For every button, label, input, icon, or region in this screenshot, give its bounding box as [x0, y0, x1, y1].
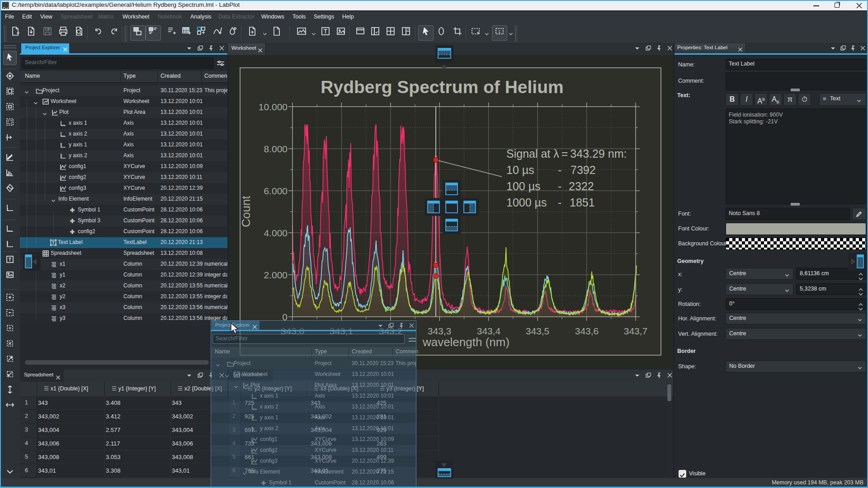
svg-text:10 µs: 10 µs — [506, 164, 534, 176]
svg-text:343,3: 343,3 — [428, 326, 452, 336]
svg-text:Signal at λ = 343.29 nm:: Signal at λ = 343.29 nm: — [506, 147, 627, 160]
svg-text:-: - — [558, 196, 561, 209]
svg-text:Rydberg Spectrum of Helium: Rydberg Spectrum of Helium — [321, 77, 563, 97]
svg-text:-: - — [558, 164, 561, 176]
svg-text:Count: Count — [239, 196, 253, 227]
svg-text:7392: 7392 — [571, 164, 596, 176]
svg-text:343,7: 343,7 — [624, 326, 648, 336]
svg-text:1000 µs: 1000 µs — [506, 196, 547, 209]
svg-text:wavelength (nm): wavelength (nm) — [422, 335, 509, 349]
svg-text:1: 1 — [498, 29, 500, 34]
svg-text:-: - — [558, 180, 561, 192]
svg-text:2.000: 2.000 — [264, 270, 288, 280]
svg-text:1851: 1851 — [570, 196, 595, 209]
svg-text:4.000: 4.000 — [264, 228, 288, 238]
svg-text:8.000: 8.000 — [264, 144, 288, 154]
svg-text:6.000: 6.000 — [264, 186, 288, 196]
svg-text:2322: 2322 — [569, 180, 594, 192]
svg-text:343,5: 343,5 — [526, 326, 550, 336]
svg-text:343,6: 343,6 — [575, 326, 599, 336]
svg-text:343,4: 343,4 — [477, 326, 501, 336]
svg-text:100 µs: 100 µs — [506, 180, 541, 192]
svg-text:10.000: 10.000 — [259, 102, 288, 112]
